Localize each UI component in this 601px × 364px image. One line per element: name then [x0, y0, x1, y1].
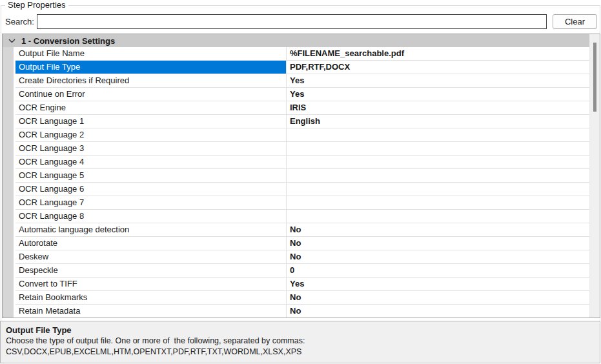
property-row[interactable]: OCR Language 6	[15, 183, 589, 196]
scrollbar-thumb[interactable]	[593, 43, 596, 112]
property-name-cell: Deskew	[15, 250, 286, 263]
property-row[interactable]: DeskewNo	[15, 250, 589, 264]
property-name-cell: Retain Metadata	[15, 305, 286, 318]
search-label: Search:	[5, 17, 34, 26]
description-text: Choose the type of output file. One or m…	[6, 336, 595, 347]
clear-button[interactable]: Clear	[553, 14, 597, 29]
property-value-cell: 0	[286, 264, 589, 277]
group-header-conversion-settings[interactable]: 1 - Conversion Settings	[3, 34, 589, 47]
property-row[interactable]: Retain MetadataNo	[15, 305, 589, 318]
property-row[interactable]: Convert to TIFFYes	[15, 278, 589, 291]
property-name-cell: Continue on Error	[15, 88, 286, 101]
group-header-label: 1 - Conversion Settings	[21, 36, 115, 46]
property-value-cell	[286, 196, 589, 209]
search-row: Search: Clear	[0, 13, 601, 30]
property-name-cell: Automatic language detection	[15, 223, 286, 236]
property-rows: Output File Name%FILENAME_searchable.pdf…	[15, 47, 589, 318]
property-name-cell: OCR Language 1	[15, 115, 286, 128]
chevron-down-icon[interactable]	[8, 39, 15, 43]
property-row[interactable]: Despeckle0	[15, 264, 589, 278]
property-name-cell: Output File Type	[15, 61, 286, 74]
step-properties-panel: Step Properties Search: Clear 1 - Conver…	[0, 0, 601, 364]
property-name-cell: Retain Bookmarks	[15, 291, 286, 304]
property-value-cell: No	[286, 223, 589, 236]
property-row[interactable]: AutorotateNo	[15, 237, 589, 250]
property-row[interactable]: OCR Language 3	[15, 142, 589, 156]
property-row[interactable]: Create Directories if RequiredYes	[15, 74, 589, 88]
property-row[interactable]: Retain BookmarksNo	[15, 291, 589, 305]
property-row[interactable]: OCR EngineIRIS	[15, 101, 589, 115]
property-name-cell: OCR Language 3	[15, 142, 286, 155]
property-name-cell: OCR Language 2	[15, 128, 286, 141]
property-value-cell: PDF,RTF,DOCX	[286, 61, 589, 74]
property-name-cell: Convert to TIFF	[15, 278, 286, 290]
property-grid: 1 - Conversion Settings Output File Name…	[2, 34, 600, 318]
property-value-cell: Yes	[286, 74, 589, 87]
description-title: Output File Type	[6, 325, 595, 336]
property-value-cell	[286, 210, 589, 223]
property-value-cell: No	[286, 305, 589, 318]
property-row[interactable]: Output File Name%FILENAME_searchable.pdf	[15, 47, 589, 61]
property-value-cell	[286, 183, 589, 196]
property-name-cell: OCR Language 5	[15, 169, 286, 182]
property-value-cell: No	[286, 291, 589, 304]
property-name-cell: Despeckle	[15, 264, 286, 277]
property-value-cell	[286, 156, 589, 168]
property-row[interactable]: OCR Language 1English	[15, 115, 589, 128]
property-row[interactable]: Continue on ErrorYes	[15, 88, 589, 101]
property-name-cell: Create Directories if Required	[15, 74, 286, 87]
property-name-cell: Output File Name	[15, 47, 286, 60]
property-value-cell: Yes	[286, 278, 589, 290]
property-description-panel: Output File Type Choose the type of outp…	[0, 321, 600, 363]
row-indent-gutter	[3, 47, 15, 318]
property-value-cell: No	[286, 250, 589, 263]
property-value-cell	[286, 169, 589, 182]
property-name-cell: Autorotate	[15, 237, 286, 250]
groupbox-legend: Step Properties	[5, 0, 68, 10]
property-name-cell: OCR Language 6	[15, 183, 286, 196]
property-value-cell: English	[286, 115, 589, 128]
property-row[interactable]: OCR Language 5	[15, 169, 589, 183]
property-value-cell	[286, 128, 589, 141]
property-row[interactable]: OCR Language 8	[15, 210, 589, 223]
property-name-cell: OCR Language 7	[15, 196, 286, 209]
property-value-cell: %FILENAME_searchable.pdf	[286, 47, 589, 60]
grid-body: Output File Name%FILENAME_searchable.pdf…	[3, 47, 589, 318]
property-name-cell: OCR Language 4	[15, 156, 286, 168]
property-name-cell: OCR Language 8	[15, 210, 286, 223]
vertical-scrollbar[interactable]	[589, 34, 600, 318]
search-input[interactable]	[37, 14, 547, 29]
property-row[interactable]: OCR Language 4	[15, 156, 589, 169]
property-value-cell: Yes	[286, 88, 589, 101]
property-row[interactable]: OCR Language 7	[15, 196, 589, 210]
property-value-cell: IRIS	[286, 101, 589, 114]
property-value-cell: No	[286, 237, 589, 250]
property-row[interactable]: OCR Language 2	[15, 128, 589, 142]
description-formats: CSV,DOCX,EPUB,EXCELML,HTM,OPENTXT,PDF,RT…	[6, 347, 595, 358]
property-value-cell	[286, 142, 589, 155]
property-row[interactable]: Output File TypePDF,RTF,DOCX	[15, 61, 589, 74]
property-name-cell: OCR Engine	[15, 101, 286, 114]
property-row[interactable]: Automatic language detectionNo	[15, 223, 589, 237]
